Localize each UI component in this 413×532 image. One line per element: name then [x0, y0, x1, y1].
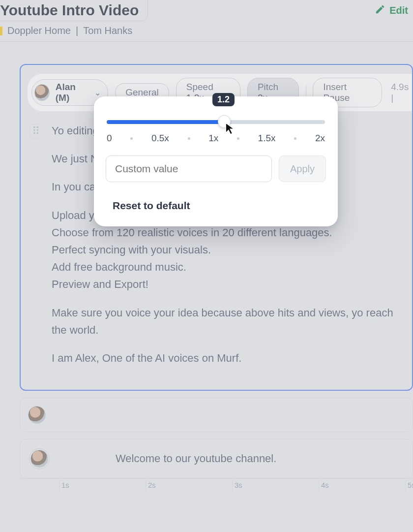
custom-value-input[interactable]: [106, 156, 272, 182]
speed-popover: 1.2 0 0.5x 1x 1.5x 2x Apply Reset to def…: [94, 96, 338, 226]
voice-name-label: Alan (M): [56, 82, 88, 103]
pencil-icon: [375, 4, 385, 17]
drag-handle-icon[interactable]: ⠿: [30, 124, 43, 139]
tick-label: 0: [107, 133, 112, 144]
slider-fill: [107, 120, 220, 124]
tick-dot: [237, 137, 239, 140]
tick-label: 1x: [208, 133, 218, 144]
project-header: Youtube Intro Video Edit Doppler Home | …: [0, 0, 413, 42]
cursor-icon: [225, 122, 236, 137]
voice-avatar: [30, 450, 48, 468]
breadcrumb-marker: [0, 27, 2, 35]
apply-button[interactable]: Apply: [279, 156, 326, 182]
timeline-tick: 5s: [405, 479, 413, 491]
voice-avatar: [28, 406, 46, 424]
breadcrumb-separator: |: [76, 25, 78, 36]
edit-button[interactable]: Edit: [375, 4, 408, 17]
project-title: Youtube Intro Video: [0, 0, 148, 21]
script-line: Make sure you voice your idea because ab…: [52, 304, 409, 339]
breadcrumb-item-home[interactable]: Doppler Home: [7, 25, 71, 36]
timeline-ruler: 1s 2s 3s 4s 5s: [20, 478, 413, 491]
edit-label: Edit: [389, 5, 408, 16]
timeline-tick: [20, 479, 59, 491]
tick-dot: [130, 137, 133, 140]
tick-label: 2x: [315, 133, 325, 144]
speed-slider[interactable]: [107, 120, 325, 124]
chevron-down-icon: ⌄: [94, 88, 101, 97]
timeline-tick: 2s: [146, 479, 232, 491]
tick-dot: [294, 137, 296, 140]
slider-ticks: 0 0.5x 1x 1.5x 2x: [106, 133, 326, 144]
slider-value-tooltip: 1.2: [212, 93, 235, 106]
reset-to-default-link[interactable]: Reset to default: [106, 200, 326, 212]
voice-avatar: [34, 84, 50, 101]
timeline-tick: 4s: [319, 479, 405, 491]
timeline-tick: 3s: [232, 479, 319, 491]
breadcrumb-item-project[interactable]: Tom Hanks: [83, 25, 132, 36]
script-preview-text: Welcome to our youtube channel.: [116, 452, 276, 465]
breadcrumb: Doppler Home | Tom Hanks: [0, 21, 413, 36]
tick-label: 1.5x: [258, 133, 276, 144]
tick-dot: [188, 137, 190, 140]
timeline-tick: 1s: [59, 479, 146, 491]
duration-label: 4.9s |: [389, 82, 412, 103]
script-line: I am Alex, One of the AI voices on Murf.: [52, 349, 409, 367]
script-block-collapsed[interactable]: [20, 398, 413, 432]
script-block[interactable]: Welcome to our youtube channel.: [20, 439, 413, 478]
tick-label: 0.5x: [151, 133, 169, 144]
